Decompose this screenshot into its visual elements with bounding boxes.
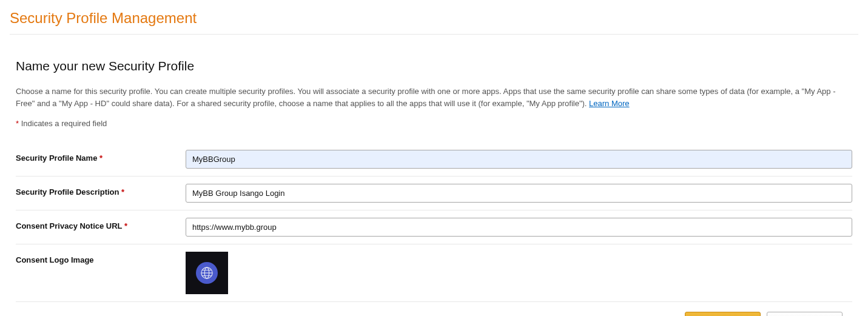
section-description: Choose a name for this security profile.… bbox=[16, 86, 852, 109]
save-button[interactable]: Save bbox=[685, 312, 761, 316]
form-row-privacy-url: Consent Privacy Notice URL * bbox=[16, 210, 852, 244]
logo-circle-icon bbox=[196, 262, 218, 284]
label-profile-name-text: Security Profile Name bbox=[16, 153, 99, 163]
required-asterisk: * bbox=[121, 187, 124, 197]
required-field-note: * Indicates a required field bbox=[16, 119, 852, 128]
form-row-logo: Consent Logo Image bbox=[16, 244, 852, 302]
form-button-row: Save Cancel bbox=[16, 312, 852, 316]
form-row-profile-name: Security Profile Name * bbox=[16, 143, 852, 176]
input-profile-description[interactable] bbox=[186, 184, 852, 203]
label-privacy-url: Consent Privacy Notice URL * bbox=[16, 218, 186, 230]
description-text: Choose a name for this security profile.… bbox=[16, 87, 836, 108]
label-privacy-url-text: Consent Privacy Notice URL bbox=[16, 221, 124, 230]
section-title: Name your new Security Profile bbox=[16, 59, 852, 73]
required-note-text: Indicates a required field bbox=[19, 119, 107, 128]
required-asterisk: * bbox=[124, 221, 127, 230]
label-profile-description: Security Profile Description * bbox=[16, 184, 186, 197]
label-profile-name: Security Profile Name * bbox=[16, 150, 186, 163]
label-profile-description-text: Security Profile Description bbox=[16, 187, 121, 197]
cancel-button[interactable]: Cancel bbox=[767, 312, 843, 316]
input-profile-name[interactable] bbox=[186, 150, 852, 169]
input-privacy-url[interactable] bbox=[186, 218, 852, 237]
required-asterisk: * bbox=[99, 153, 103, 163]
globe-icon bbox=[200, 266, 214, 280]
page-title: Security Profile Management bbox=[10, 10, 858, 35]
form-row-profile-description: Security Profile Description * bbox=[16, 176, 852, 210]
learn-more-link[interactable]: Learn More bbox=[589, 99, 629, 108]
consent-logo-preview[interactable] bbox=[186, 252, 228, 294]
label-logo: Consent Logo Image bbox=[16, 252, 186, 264]
